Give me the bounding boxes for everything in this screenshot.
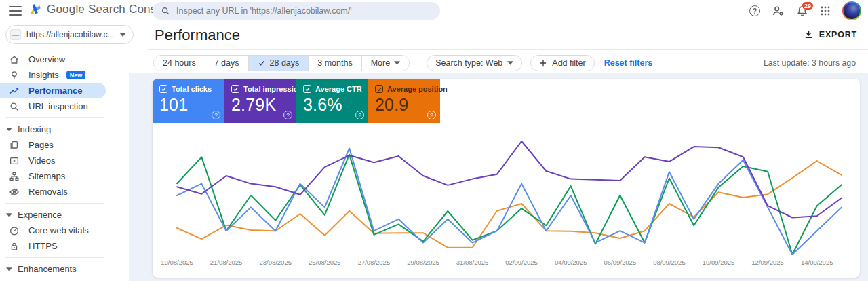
sidebar-divider [5,257,104,258]
lock-icon [9,241,20,252]
x-axis-label: 10/09/2025 [703,259,735,266]
sidebar-item-label: Insights [28,70,59,80]
filter-toolbar: 24 hours 7 days 28 days 3 months More Se… [153,55,652,71]
pages-icon [9,140,20,151]
property-selector[interactable]: — https://allenjacobilaw.c... [5,25,134,44]
date-range-group: 24 hours 7 days 28 days 3 months More [153,55,410,71]
url-inspection-searchbox[interactable] [153,2,440,20]
x-axis-label: 21/08/2025 [210,259,243,266]
x-axis-label: 31/08/2025 [456,259,489,266]
x-axis-label: 08/09/2025 [653,259,686,266]
range-label: 7 days [214,58,239,68]
top-app-bar: Google Search Console ? 29 [0,0,868,22]
metric-value: 2.79K [231,95,290,115]
series-line-clicks [177,148,842,255]
sidebar-item-sitemaps[interactable]: Sitemaps [0,168,129,184]
range-24-hours[interactable]: 24 hours [154,56,205,71]
sidebar-item-label: Overview [28,54,65,64]
help-icon[interactable]: ? [427,111,436,119]
reset-filters-link[interactable]: Reset filters [604,58,653,68]
sidebar-item-insights[interactable]: Insights New [0,67,129,83]
metric-value: 101 [159,95,218,115]
sidebar-item-label: URL inspection [28,101,88,111]
toolbar-separator [418,55,418,71]
x-axis-label: 29/08/2025 [407,259,439,266]
checkbox-checked-icon[interactable] [375,85,383,93]
sidebar-section-indexing[interactable]: Indexing [0,121,129,137]
range-more-dropdown[interactable]: More [361,56,409,71]
gauge-icon [9,225,20,236]
performance-chart-card: 19/08/202521/08/202523/08/202525/08/2025… [153,79,860,278]
sidebar-item-url-inspection[interactable]: URL inspection [0,98,129,114]
sidebar-item-performance[interactable]: Performance [0,83,106,98]
metric-card-impressions[interactable]: Total impressions 2.79K ? [224,79,296,123]
range-7-days[interactable]: 7 days [205,56,248,71]
metric-value: 3.6% [303,95,361,115]
x-axis-label: 23/08/2025 [259,259,292,266]
sidebar-section-label: Experience [18,210,62,220]
search-icon [9,101,20,112]
metric-value: 20.9 [375,95,433,115]
metric-label: Average position [387,85,448,93]
series-line-position [177,161,842,248]
search-console-logo[interactable]: Google Search Console [28,3,172,16]
sidebar-item-removals[interactable]: Removals [0,184,129,200]
help-icon[interactable]: ? [212,111,220,119]
avatar[interactable] [842,1,861,20]
sidebar-item-pages[interactable]: Pages [0,137,129,153]
search-type-dropdown[interactable]: Search type: Web [427,55,522,71]
metric-card-ctr[interactable]: Average CTR 3.6% ? [296,79,368,123]
sidebar-item-https[interactable]: HTTPS [0,238,129,254]
manage-users-button[interactable] [772,5,785,18]
sidebar-section-enhancements[interactable]: Enhancements [0,261,129,277]
sidebar-item-videos[interactable]: Videos [0,153,129,168]
export-button[interactable]: EXPORT [804,29,857,39]
sidebar-item-label: Sitemaps [28,171,65,181]
metric-tiles: Total clicks 101 ? Total impressions 2.7… [153,79,440,123]
sidebar-item-label: HTTPS [28,241,58,251]
caret-down-icon [6,267,12,271]
search-input[interactable] [176,6,432,16]
more-label: More [371,58,390,68]
sidebar-item-core-web-vitals[interactable]: Core web vitals [0,223,129,238]
help-icon[interactable]: ? [283,111,292,119]
property-favicon: — [10,29,21,40]
add-filter-button[interactable]: Add filter [530,55,594,71]
help-icon: ? [749,5,760,16]
checkbox-checked-icon[interactable] [231,85,239,93]
metric-card-clicks[interactable]: Total clicks 101 ? [153,79,224,123]
home-icon [9,54,20,65]
x-axis-label: 27/08/2025 [358,259,391,266]
metric-label: Average CTR [315,85,362,93]
notification-badge: 29 [802,1,814,10]
help-button[interactable]: ? [749,5,760,16]
range-3-months[interactable]: 3 months [308,56,361,71]
sidebar-item-label: Core web vitals [28,225,89,236]
checkbox-checked-icon[interactable] [159,85,167,93]
checkbox-checked-icon[interactable] [303,85,311,93]
metric-card-position[interactable]: Average position 20.9 ? [368,79,440,123]
range-label: 24 hours [163,58,196,68]
search-icon [161,6,170,16]
range-28-days[interactable]: 28 days [248,56,309,71]
chevron-down-icon [119,33,126,37]
sidebar-divider [5,117,104,118]
caret-down-icon [6,128,12,132]
add-filter-label: Add filter [552,58,585,68]
sitemap-icon [9,171,20,182]
page-title: Performance [155,26,240,44]
chart-line-icon [9,86,20,96]
x-axis-label: 14/09/2025 [801,259,833,266]
x-axis-label: 25/08/2025 [309,259,341,266]
search-type-label: Search type: Web [435,58,502,68]
video-icon [9,155,20,166]
help-icon[interactable]: ? [355,111,364,119]
logo-flag-icon [28,3,42,16]
x-axis-label: 04/09/2025 [555,259,587,266]
sidebar-section-experience[interactable]: Experience [0,207,129,223]
apps-grid-icon [820,5,831,16]
menu-icon[interactable] [9,6,22,16]
notifications-button[interactable]: 29 [796,5,808,17]
sidebar-item-overview[interactable]: Overview [0,52,129,67]
apps-button[interactable] [820,5,831,16]
